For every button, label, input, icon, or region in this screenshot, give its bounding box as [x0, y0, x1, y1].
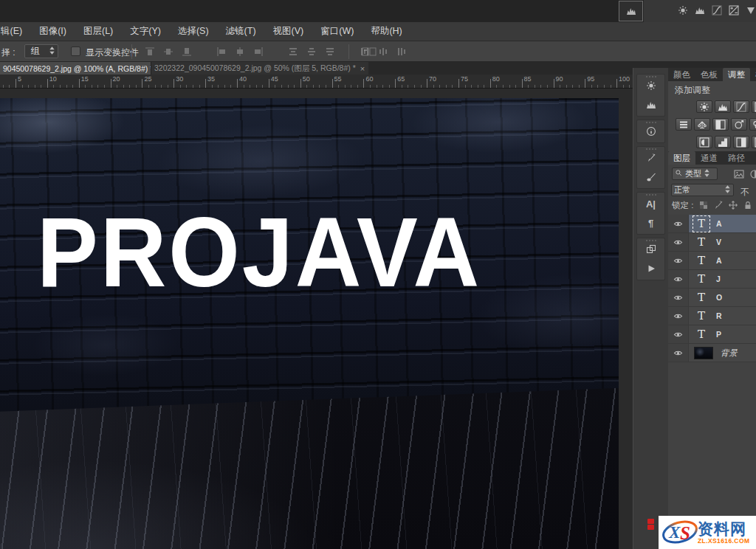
posterize-adjustment-button[interactable]: [715, 136, 731, 148]
layer-row-main[interactable]: TJ: [689, 270, 756, 288]
close-tab-icon[interactable]: ×: [360, 64, 365, 73]
background-layer-thumbnail[interactable]: [694, 347, 713, 359]
info-icon[interactable]: [642, 123, 660, 139]
align-bottom-button[interactable]: [177, 45, 196, 58]
threshold-adjustment-button[interactable]: [733, 136, 749, 148]
menu-item-图像I[interactable]: 图像(I): [35, 25, 70, 38]
layer-row-main[interactable]: TV: [689, 233, 756, 251]
panel-tab-色板[interactable]: 色板: [695, 68, 723, 81]
histogram-icon[interactable]: [642, 97, 660, 113]
brightness-contrast-icon[interactable]: [678, 5, 688, 15]
text-layer-thumbnail[interactable]: T: [694, 309, 709, 323]
align-center-button[interactable]: [230, 45, 249, 58]
text-layer-thumbnail[interactable]: T: [694, 291, 709, 305]
layer-row-main[interactable]: 背景: [689, 344, 756, 362]
layer-row-main[interactable]: TO: [689, 289, 756, 306]
paragraph-icon[interactable]: ¶: [642, 215, 660, 231]
panel-tab-调整[interactable]: 调整: [723, 68, 750, 81]
dist-right-button[interactable]: [392, 45, 410, 58]
text-layer-thumbnail[interactable]: T: [694, 328, 709, 342]
menu-item-视图V[interactable]: 视图(V): [269, 25, 308, 38]
canvas-document[interactable]: PROJAVA: [0, 98, 619, 549]
menu-item-图层L[interactable]: 图层(L): [80, 25, 117, 38]
character-icon[interactable]: A|: [642, 196, 660, 212]
panel-tab-路径[interactable]: 路径: [723, 151, 750, 165]
layer-row-main[interactable]: TA: [689, 215, 756, 232]
black-white-adjustment-button[interactable]: [712, 118, 729, 131]
hue-saturation-adjustment-button[interactable]: [676, 118, 692, 131]
panel-tab-图层[interactable]: 图层: [668, 151, 695, 165]
picture-icon[interactable]: [732, 168, 745, 180]
blend-mode-dropdown[interactable]: 正常: [671, 184, 734, 196]
eye-visibility-toggle[interactable]: [668, 233, 689, 251]
menu-item-辑E[interactable]: 辑(E): [0, 25, 26, 38]
eye-visibility-toggle[interactable]: [668, 252, 689, 269]
layer-row[interactable]: TO: [668, 289, 756, 307]
curves-icon[interactable]: [712, 5, 722, 15]
color-balance-adjustment-button[interactable]: [694, 118, 710, 131]
channel-mixer-adjustment-button[interactable]: [749, 118, 756, 131]
text-layer-thumbnail[interactable]: T: [694, 254, 709, 268]
align-top-button[interactable]: [140, 45, 159, 58]
menu-item-选择S[interactable]: 选择(S): [174, 25, 213, 38]
lock-brush-small-icon[interactable]: [712, 199, 724, 211]
layer-row-main[interactable]: TP: [689, 325, 756, 343]
dist-top-button[interactable]: [284, 45, 302, 58]
panel-tab-颜色[interactable]: 颜色: [668, 68, 695, 81]
document-tab-2[interactable]: 3202322_090450078629_2.jpg @ 50% (图层 5, …: [151, 62, 368, 75]
brush-presets-icon[interactable]: [642, 169, 660, 185]
text-layer-thumbnail[interactable]: T: [694, 235, 709, 249]
exposure-icon[interactable]: [729, 5, 739, 15]
dist-middle-button[interactable]: [302, 45, 320, 58]
text-layer-thumbnail[interactable]: T: [694, 272, 709, 286]
invert-adjustment-button[interactable]: [696, 136, 712, 148]
document-tab-1[interactable]: 90450078629_2.jpg @ 100% (A, RGB/8#) *×: [0, 62, 151, 75]
layer-row-main[interactable]: TA: [689, 252, 756, 269]
show-transform-checkbox[interactable]: [71, 46, 80, 56]
eye-visibility-toggle[interactable]: [668, 215, 689, 232]
half-circle-icon[interactable]: [748, 168, 756, 180]
levels-icon[interactable]: [695, 5, 705, 15]
brushes-icon[interactable]: [642, 150, 660, 166]
lock-lock-icon[interactable]: [741, 199, 754, 211]
horizontal-ruler[interactable]: 5101520253035404550556065707580859095100: [0, 75, 633, 89]
layer-filter-dropdown[interactable]: 类型: [672, 168, 718, 180]
text-layer-thumbnail[interactable]: T: [694, 217, 709, 231]
align-right-button[interactable]: [249, 45, 267, 58]
lock-checker-icon[interactable]: [697, 199, 709, 211]
histogram-icon[interactable]: [619, 1, 643, 21]
layer-row[interactable]: TA: [668, 252, 756, 270]
layer-row-main[interactable]: TR: [689, 307, 756, 325]
align-left-button[interactable]: [212, 45, 230, 58]
eye-visibility-toggle[interactable]: [668, 270, 689, 288]
eye-visibility-toggle[interactable]: [668, 307, 689, 325]
panel-tab-样[interactable]: 样: [750, 68, 756, 81]
photo-filter-adjustment-button[interactable]: [731, 118, 747, 131]
layer-row[interactable]: TA: [668, 215, 756, 233]
layer-comps-icon[interactable]: [642, 241, 660, 258]
auto-align-layers-button[interactable]: [359, 45, 379, 58]
levels-adjustment-button[interactable]: [715, 100, 731, 113]
menu-item-滤镜T[interactable]: 滤镜(T): [222, 25, 260, 38]
menu-item-帮助H[interactable]: 帮助(H): [367, 25, 405, 38]
align-middle-button[interactable]: [159, 45, 177, 58]
layer-row[interactable]: TR: [668, 307, 756, 325]
auto-select-dropdown[interactable]: 组: [24, 44, 58, 58]
curves-adjustment-button[interactable]: [733, 100, 749, 113]
layer-row[interactable]: 背景: [668, 344, 756, 362]
brightness-contrast-adjustment-button[interactable]: [696, 100, 712, 113]
dist-bottom-button[interactable]: [320, 45, 339, 58]
adjustments-icon[interactable]: [642, 77, 660, 94]
gradient-map-adjustment-button[interactable]: [752, 136, 756, 148]
menu-item-窗口W[interactable]: 窗口(W): [317, 25, 357, 38]
eye-visibility-toggle[interactable]: [668, 325, 689, 343]
eye-visibility-toggle[interactable]: [668, 289, 689, 306]
vibrance-partial-icon[interactable]: [746, 5, 756, 15]
lock-move-icon[interactable]: [726, 199, 739, 211]
layer-row[interactable]: TV: [668, 233, 756, 252]
menu-item-文字Y[interactable]: 文字(Y): [126, 25, 165, 38]
layer-row[interactable]: TP: [668, 325, 756, 344]
exposure-adjustment-button[interactable]: [752, 100, 756, 113]
play-icon[interactable]: [642, 260, 660, 277]
eye-visibility-toggle[interactable]: [668, 344, 689, 362]
